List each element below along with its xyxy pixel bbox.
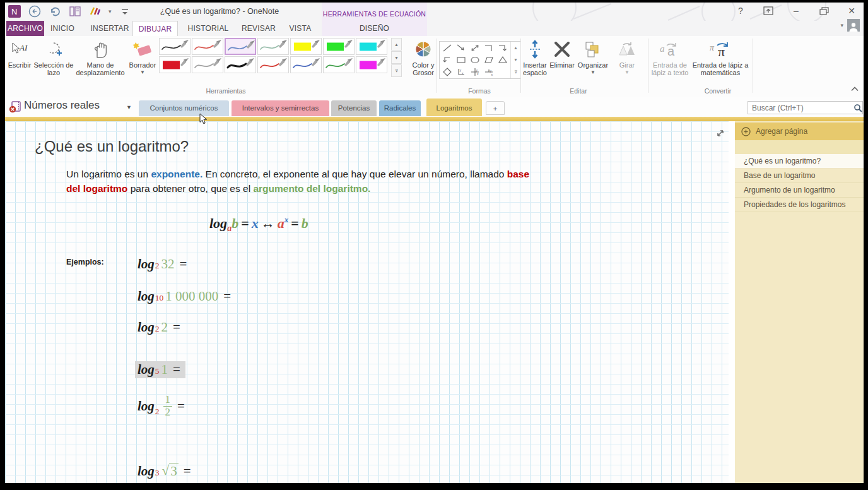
page-tab-0[interactable]: ¿Qué es un logaritmo? — [735, 154, 864, 169]
user-avatar[interactable] — [847, 19, 860, 32]
shape-arrow-double-diagonal[interactable] — [468, 42, 482, 54]
girar-button[interactable]: Girar ▼ — [612, 39, 642, 75]
example-3[interactable]: log22= — [138, 320, 180, 335]
example-1[interactable]: log232= — [138, 256, 187, 272]
seleccion-de-lazo-button[interactable]: Selección de lazo — [33, 39, 74, 76]
tab-diseno[interactable]: DISEÑO — [322, 21, 427, 36]
page-tab-3[interactable]: Propiedades de los logaritmos — [735, 198, 864, 212]
undo-button[interactable] — [48, 4, 62, 18]
page-tabs: ¿Qué es un logaritmo?Base de un logaritm… — [735, 154, 864, 212]
favorite-pens-button[interactable] — [88, 4, 102, 18]
lapiz-a-texto-button[interactable]: aa Entrada de lápiz a texto — [650, 39, 690, 76]
examples-label[interactable]: Ejemplos: — [66, 258, 104, 266]
ribbon-display-options-button[interactable] — [763, 6, 774, 16]
pen-swatch-12[interactable] — [323, 56, 355, 73]
logarithm-formula[interactable]: logab=x↔ax=b — [209, 215, 308, 234]
pen-gallery-down-button[interactable]: ▼ — [391, 51, 402, 64]
shape-corner-top-right[interactable] — [482, 42, 496, 54]
tab-vista[interactable]: VISTA — [285, 21, 315, 36]
pen-swatch-3[interactable] — [257, 38, 289, 55]
example-2[interactable]: log101 000 000= — [138, 289, 231, 304]
shape-arrow-down-right[interactable] — [454, 42, 468, 54]
close-button[interactable]: ✕ — [846, 6, 857, 16]
shape-triangle[interactable] — [496, 54, 510, 66]
add-page-button[interactable]: Agregar página — [735, 122, 864, 140]
color-y-grosor-button[interactable]: Color y Grosor — [406, 39, 440, 76]
organizar-button[interactable]: Organizar ▼ — [574, 39, 612, 75]
expand-page-icon[interactable] — [716, 129, 725, 140]
pen-swatch-10[interactable] — [257, 56, 289, 73]
search-input[interactable] — [748, 104, 853, 112]
onenote-logo-icon: N — [8, 4, 21, 18]
definition-paragraph[interactable]: Un logaritmo es un exponente. En concret… — [66, 167, 596, 196]
minimize-button[interactable]: – — [790, 6, 802, 16]
tab-insertar[interactable]: INSERTAR — [86, 21, 134, 36]
log-base: 2 — [155, 261, 160, 271]
shape-rectangle[interactable] — [454, 54, 468, 66]
equals-sign: = — [173, 362, 180, 378]
section-tab-radicales[interactable]: Radicales — [379, 100, 421, 116]
tab-dibujar[interactable]: DIBUJAR — [132, 21, 178, 36]
page-title[interactable]: ¿Qué es un logaritmo? — [35, 138, 189, 155]
example-4[interactable]: log51= — [135, 361, 185, 378]
pen-swatch-6[interactable] — [356, 38, 387, 55]
search-box[interactable]: ▾ — [748, 101, 863, 114]
page-tab-1[interactable]: Base de un logaritmo — [735, 169, 864, 183]
pen-swatch-7[interactable] — [159, 56, 191, 73]
organizar-dropdown-caret[interactable]: ▼ — [574, 69, 612, 75]
shape-line-diagonal[interactable] — [440, 42, 454, 54]
section-tab-logaritmos[interactable]: Logaritmos — [426, 99, 482, 116]
shape-arrow-hook-left[interactable] — [440, 54, 454, 66]
page-canvas[interactable]: ¿Qué es un logaritmo? Un logaritmo es un… — [5, 121, 729, 483]
restore-button[interactable] — [818, 6, 830, 16]
pen-swatch-2[interactable] — [225, 38, 256, 55]
pen-swatch-0[interactable] — [159, 38, 191, 55]
radicand: 3 — [169, 463, 179, 479]
ribbon-tab-row: ARCHIVO INICIO INSERTAR DIBUJAR HISTORIA… — [5, 21, 864, 36]
tab-archivo[interactable]: ARCHIVO — [6, 21, 44, 36]
notebook-name[interactable]: Números reales — [24, 99, 100, 112]
collapse-ribbon-button[interactable] — [851, 83, 859, 94]
pen-swatch-13[interactable] — [356, 56, 387, 73]
section-tab-conjuntos-num-ricos[interactable]: Conjuntos numéricos — [139, 100, 229, 116]
shape-axes-quadrant[interactable]: yx — [454, 66, 468, 78]
section-tab-potencias[interactable]: Potencias — [331, 100, 377, 116]
lapiz-a-matematicas-button[interactable]: ππ Entrada de lápiz a matemáticas — [690, 39, 751, 76]
pen-swatch-4[interactable] — [290, 38, 322, 55]
shape-parallelogram[interactable] — [482, 54, 496, 66]
add-section-tab[interactable]: + — [486, 101, 505, 115]
pen-swatch-9[interactable] — [225, 56, 256, 73]
tab-revisar[interactable]: REVISAR — [236, 21, 281, 36]
example-6[interactable]: log3√3= — [138, 463, 191, 479]
shape-axes-cross[interactable]: yx — [468, 66, 482, 78]
help-button[interactable]: ? — [735, 6, 746, 16]
pen-gallery-up-button[interactable]: ▲ — [391, 38, 402, 51]
tab-inicio[interactable]: INICIO — [44, 21, 81, 36]
tab-historial[interactable]: HISTORIAL — [184, 21, 232, 36]
borrador-dropdown-caret[interactable]: ▼ — [126, 69, 159, 75]
pen-swatch-1[interactable] — [192, 38, 223, 55]
shape-ellipse[interactable] — [468, 54, 482, 66]
view-panels-icon[interactable] — [68, 4, 82, 18]
escribir-button[interactable]: AI Escribir — [6, 39, 33, 69]
pen-swatch-11[interactable] — [290, 56, 322, 73]
formula-token: = — [238, 215, 252, 231]
pen-swatch-8[interactable] — [192, 56, 223, 73]
contextual-tab-header: HERRAMIENTAS DE ECUACIÓN — [322, 10, 427, 18]
account-dropdown-caret[interactable]: ▾ — [840, 22, 843, 28]
pen-swatch-5[interactable] — [323, 38, 355, 55]
pens-dropdown-caret[interactable]: ▾ — [108, 8, 112, 15]
page-tab-2[interactable]: Argumento de un logaritmo — [735, 183, 864, 198]
shape-axes-half[interactable]: yx — [482, 66, 496, 78]
borrador-button[interactable]: Borrador ▼ — [126, 39, 159, 75]
shape-corner-arrow-down[interactable] — [496, 42, 510, 54]
example-5[interactable]: log212= — [138, 394, 185, 418]
shape-diamond[interactable] — [440, 66, 454, 78]
search-icon[interactable] — [853, 104, 864, 112]
pen-gallery-more-button[interactable]: ⊽ — [391, 64, 402, 77]
section-tab-intervalos-y-semirrectas[interactable]: Intervalos y semirrectas — [232, 100, 329, 116]
back-button[interactable] — [28, 4, 42, 18]
notebook-dropdown-caret[interactable]: ▼ — [126, 104, 132, 111]
formula-token: log — [209, 215, 227, 231]
mano-de-desplazamiento-button[interactable]: Mano de desplazamiento — [76, 39, 125, 76]
